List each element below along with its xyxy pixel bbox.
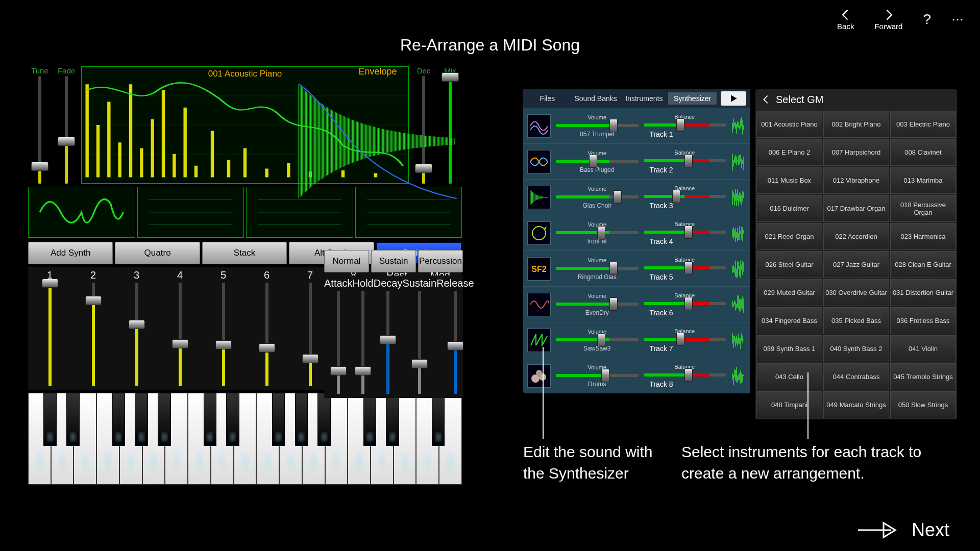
- instrument-item[interactable]: 036 Fretless Bass: [890, 307, 956, 334]
- instrument-item[interactable]: 031 Distortion Guitar: [890, 279, 956, 306]
- black-key[interactable]: [158, 393, 171, 446]
- black-key[interactable]: [66, 393, 80, 446]
- help-button[interactable]: ?: [923, 11, 931, 28]
- back-button[interactable]: Back: [837, 8, 854, 31]
- instrument-item[interactable]: 045 Tremolo Strings: [890, 363, 956, 390]
- synth-button-stack[interactable]: Stack: [202, 242, 287, 264]
- instrument-item[interactable]: 043 Cello: [756, 363, 822, 390]
- fader-6[interactable]: 6: [245, 267, 288, 390]
- synth-button-add-synth[interactable]: Add Synth: [28, 242, 113, 264]
- track-icon[interactable]: SF2: [527, 257, 551, 281]
- instrument-item[interactable]: 049 Marcato Strings: [823, 391, 889, 418]
- instrument-item[interactable]: 022 Accordion: [823, 223, 889, 250]
- instrument-item[interactable]: 029 Muted Guitar: [756, 279, 822, 306]
- operator-graph-2[interactable]: [137, 187, 244, 238]
- synth-button-quatro[interactable]: Quatro: [115, 242, 200, 264]
- instrument-item[interactable]: 028 Clean E Guitar: [890, 251, 956, 278]
- mixer-tab-synthesizer[interactable]: Synthesizer: [668, 92, 717, 105]
- fade-slider[interactable]: Fade: [55, 66, 78, 184]
- balance-slider[interactable]: [644, 264, 726, 272]
- volume-slider[interactable]: [556, 193, 639, 201]
- instrument-item[interactable]: 039 Synth Bass 1: [756, 335, 822, 362]
- black-key[interactable]: [226, 393, 239, 446]
- fader-sustain[interactable]: Sustain: [402, 276, 436, 398]
- fader-hold[interactable]: Hold: [353, 276, 374, 398]
- balance-slider[interactable]: [644, 228, 726, 236]
- volume-slider[interactable]: [556, 229, 639, 237]
- instrument-item[interactable]: 027 Jazz Guitar: [823, 251, 889, 278]
- black-key[interactable]: [135, 393, 148, 446]
- track-icon[interactable]: [527, 186, 551, 209]
- track-icon[interactable]: [527, 150, 551, 173]
- env-button-sustain[interactable]: Sustain: [371, 250, 416, 272]
- fader-4[interactable]: 4: [158, 267, 202, 390]
- mixer-tab-instruments[interactable]: Instruments: [620, 92, 669, 105]
- fader-2[interactable]: 2: [71, 267, 115, 390]
- instrument-item[interactable]: 018 Percussive Organ: [890, 195, 956, 222]
- operator-graph-1[interactable]: [28, 187, 135, 238]
- instrument-item[interactable]: 040 Synth Bass 2: [823, 335, 889, 362]
- mixer-tab-files[interactable]: Files: [523, 92, 572, 105]
- black-key[interactable]: [112, 393, 126, 446]
- more-button[interactable]: ⋯: [951, 12, 965, 27]
- instrument-item[interactable]: 034 Fingered Bass: [756, 307, 822, 334]
- fader-attack[interactable]: Attack: [324, 276, 353, 398]
- fader-3[interactable]: 3: [115, 267, 158, 390]
- instrument-item[interactable]: 007 Harpsichord: [823, 139, 889, 166]
- instrument-item[interactable]: 002 Bright Piano: [823, 111, 889, 138]
- instrument-item[interactable]: 013 Marimba: [890, 167, 956, 194]
- instrument-item[interactable]: 008 Clavinet: [890, 139, 956, 166]
- instrument-item[interactable]: 012 Vibraphone: [823, 167, 889, 194]
- instrument-item[interactable]: 050 Slow Strings: [890, 391, 956, 418]
- instrument-item[interactable]: 030 Overdrive Guitar: [823, 279, 889, 306]
- balance-slider[interactable]: [644, 121, 726, 129]
- volume-slider[interactable]: [556, 264, 639, 272]
- black-key[interactable]: [363, 393, 377, 446]
- fader-1[interactable]: 1: [28, 267, 71, 390]
- black-key[interactable]: [43, 393, 57, 446]
- instrument-item[interactable]: 044 Contrabass: [823, 363, 889, 390]
- balance-slider[interactable]: [644, 299, 726, 308]
- instrument-item[interactable]: 001 Acoustic Piano: [756, 111, 822, 138]
- fader-5[interactable]: 5: [202, 267, 245, 390]
- instrument-item[interactable]: 017 Drawbar Organ: [823, 195, 889, 222]
- instrument-item[interactable]: 026 Steel Guitar: [756, 251, 822, 278]
- mixer-tab-sound-banks[interactable]: Sound Banks: [572, 92, 620, 105]
- instrument-item[interactable]: 016 Dulcimer: [756, 195, 822, 222]
- instrument-item[interactable]: 023 Harmonica: [890, 223, 956, 250]
- volume-slider[interactable]: [556, 371, 639, 380]
- instrument-item[interactable]: 003 Electric Piano: [890, 111, 956, 138]
- balance-slider[interactable]: [644, 371, 726, 379]
- balance-slider[interactable]: [644, 192, 726, 201]
- env-button-normal[interactable]: Normal: [324, 250, 369, 272]
- balance-slider[interactable]: [644, 157, 726, 165]
- track-icon[interactable]: [527, 221, 551, 245]
- instrument-item[interactable]: 021 Reed Organ: [756, 223, 822, 250]
- env-button-percussion[interactable]: Percussion: [418, 250, 463, 272]
- instrument-item[interactable]: 011 Music Box: [756, 167, 822, 194]
- instrument-item[interactable]: 035 Picked Bass: [823, 307, 889, 334]
- fader-release[interactable]: Release: [436, 276, 474, 398]
- piano-keyboard[interactable]: [28, 393, 462, 485]
- black-key[interactable]: [432, 393, 445, 446]
- track-icon[interactable]: [527, 364, 551, 388]
- picker-back-icon[interactable]: [761, 94, 772, 105]
- black-key[interactable]: [295, 393, 308, 446]
- track-icon[interactable]: [527, 293, 551, 316]
- instrument-item[interactable]: 048 Timpani: [756, 391, 822, 418]
- instrument-item[interactable]: 041 Violin: [890, 335, 956, 362]
- black-key[interactable]: [317, 393, 331, 446]
- fader-decay[interactable]: Decay: [374, 276, 403, 398]
- track-icon[interactable]: [527, 114, 551, 138]
- volume-slider[interactable]: [556, 300, 639, 308]
- track-icon[interactable]: [527, 329, 551, 352]
- play-button[interactable]: [721, 91, 746, 106]
- forward-button[interactable]: Forward: [874, 8, 902, 31]
- volume-slider[interactable]: [556, 336, 639, 344]
- volume-slider[interactable]: [556, 121, 639, 130]
- tune-slider[interactable]: Tune: [28, 66, 52, 184]
- black-key[interactable]: [386, 393, 399, 446]
- balance-slider[interactable]: [644, 335, 726, 343]
- instrument-item[interactable]: 006 E Piano 2: [756, 139, 822, 166]
- next-button[interactable]: Next: [855, 519, 949, 541]
